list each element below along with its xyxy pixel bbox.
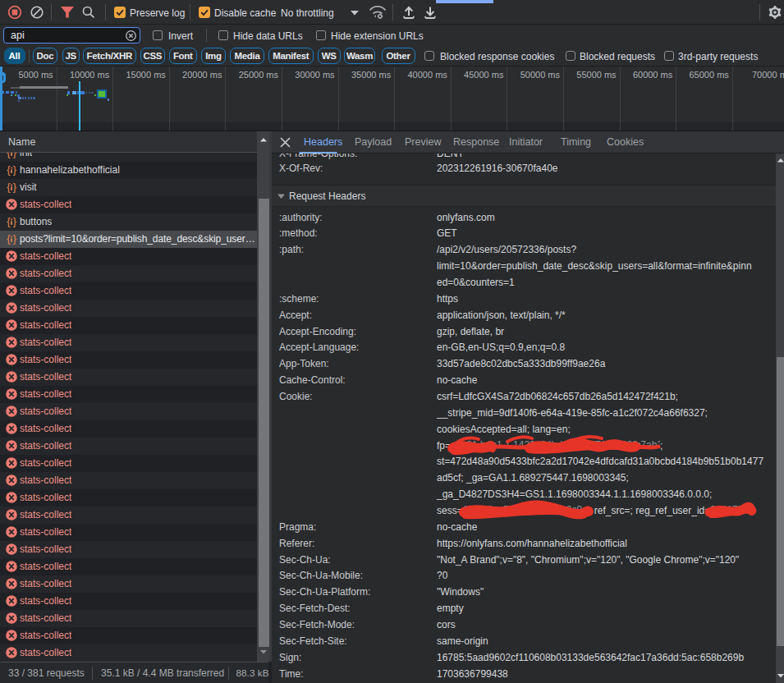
svg-text:{: {	[7, 164, 11, 176]
svg-text:{: {	[7, 216, 11, 227]
svg-text:}: }	[13, 233, 17, 245]
svg-text:{: {	[7, 233, 11, 245]
svg-text:}: }	[13, 164, 17, 176]
svg-text:}: }	[13, 216, 17, 227]
svg-text:}: }	[13, 181, 17, 193]
svg-text:{: {	[7, 181, 11, 193]
